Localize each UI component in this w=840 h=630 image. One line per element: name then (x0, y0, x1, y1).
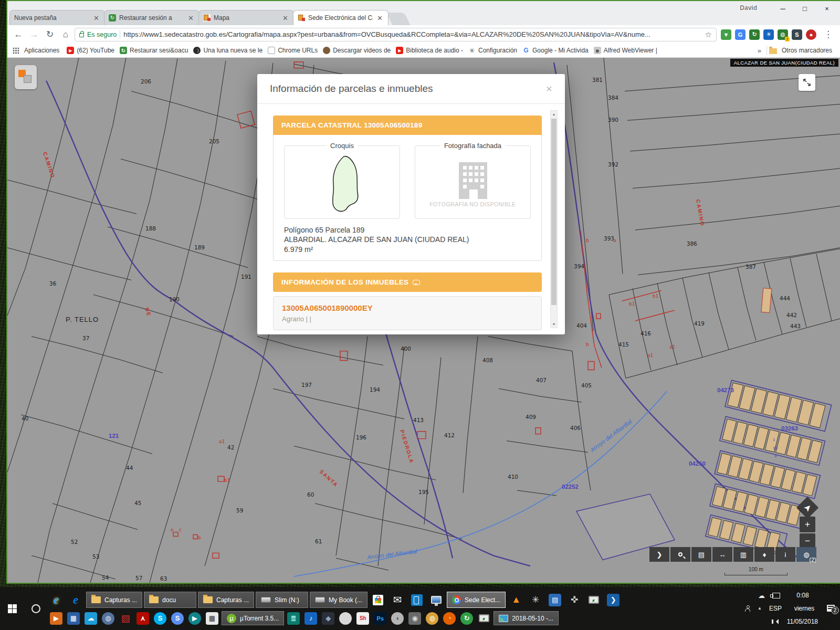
s-app-icon-button[interactable]: S (170, 612, 185, 625)
fullscreen-button[interactable] (799, 74, 815, 91)
bookmark-alfred-webviewer-[interactable]: ☻Alfred WebViewer | (591, 46, 660, 55)
bookmarks-overflow-icon[interactable]: » (754, 47, 764, 55)
home-icon[interactable]: ⌂ (59, 28, 72, 41)
screen-capture-icon-button[interactable]: ▦ (66, 612, 81, 625)
performance-monitor-icon-button[interactable] (585, 592, 603, 608)
tray-expand-icon[interactable]: ▲ (758, 606, 762, 611)
onedrive-cloud-icon[interactable]: ☁ (758, 592, 765, 600)
tab-sede-electr-nica-del[interactable]: Sede Electrónica del Cata✕ (293, 10, 388, 25)
clock-time[interactable]: 0:08 (788, 592, 818, 599)
taskbar-window-slim-drive[interactable]: Slim (N:) (256, 592, 308, 608)
bookmark-apps[interactable]: Aplicaciones (22, 46, 62, 55)
start-button[interactable] (0, 604, 24, 613)
tab-mapa[interactable]: Mapa✕ (198, 10, 294, 25)
remote-desktop-icon-button[interactable] (427, 592, 445, 608)
locate-arrow-button[interactable]: ➤ (796, 497, 818, 519)
calculator-icon-button[interactable]: ▦ (204, 612, 220, 625)
cloud-app-icon-button[interactable]: ☁ (83, 612, 99, 625)
inmueble-card[interactable]: 13005A065001890000EY Agrario | | (273, 296, 542, 330)
red-bars-app-icon-button[interactable]: ▨ (118, 612, 133, 625)
earth-yellow-icon-button[interactable]: ◍ (424, 612, 440, 625)
apps-grid-icon[interactable] (13, 47, 19, 54)
download-arrow-extension-icon[interactable]: ▼ (721, 29, 731, 40)
measure-icon[interactable]: ↔ (712, 547, 732, 562)
chrome-menu-icon[interactable]: ⋮ (821, 29, 836, 40)
s-extension-icon[interactable]: S (792, 29, 802, 40)
settings-gear-icon-button[interactable]: ✳ (527, 592, 544, 608)
bookmark--62-youtube[interactable]: ▶(62) YouTube (64, 46, 117, 55)
photoshop-icon-button[interactable]: Ps (372, 612, 388, 625)
street-view-icon[interactable]: ◍(2) (796, 547, 816, 562)
recycle-sync-icon-button[interactable]: ↻ (459, 612, 475, 625)
pin-icon[interactable]: ♦ (754, 547, 774, 562)
layers-icon[interactable]: ▤ (691, 547, 711, 562)
clock-date[interactable]: 11/05/2018 (787, 618, 818, 625)
media-player-icon-button[interactable]: ▶ (48, 612, 64, 625)
adblock-extension-icon[interactable]: ● (806, 29, 816, 40)
your-phone-icon-button[interactable] (408, 592, 426, 608)
modal-scrollbar[interactable]: ▲ ▼ (550, 110, 558, 328)
powershell-icon-button[interactable]: ❯ (604, 592, 622, 608)
url-text[interactable]: https://www1.sedecatastro.gob.es/Cartogr… (123, 30, 701, 38)
back-icon[interactable]: ← (12, 28, 25, 41)
minimize-button[interactable]: ─ (772, 2, 794, 15)
cortana-button[interactable] (24, 604, 47, 613)
tab-restaurar-sesi-oacut[interactable]: ↻Restaurar sesión a✕ (104, 10, 200, 25)
bookmark-configuraci-n[interactable]: ✳Configuración (466, 46, 520, 55)
bookmark-una-luna-nueva-se-le[interactable]: ☽Una luna nueva se le (191, 46, 265, 55)
info-icon[interactable]: i (775, 547, 795, 562)
bookmark-google-mi-activida[interactable]: GGoogle - Mi Activida (520, 46, 591, 55)
other-bookmarks[interactable]: Otros marcadores (779, 46, 835, 55)
presentation-app-icon-button[interactable]: ▤ (546, 592, 564, 608)
firefox-icon-button[interactable]: ◔ (442, 612, 457, 625)
tab-close-icon[interactable]: ✕ (376, 14, 384, 22)
tab-close-icon[interactable]: ✕ (92, 14, 100, 22)
sphere-app-icon-button[interactable] (338, 612, 353, 625)
admin-tools-icon-button[interactable]: ✜ (565, 592, 583, 608)
people-icon[interactable] (745, 608, 750, 612)
layer-switcher-widget[interactable] (15, 65, 37, 89)
teal-player-icon-button[interactable]: ▶ (187, 612, 203, 625)
edge-icon-button[interactable]: e (67, 592, 85, 608)
scroll-up-icon[interactable]: ▲ (551, 111, 557, 118)
action-center-icon[interactable]: 2 (827, 605, 835, 612)
globe-wire-icon-button[interactable]: ◍ (100, 612, 116, 625)
taskbar-window-mybook-drive[interactable]: My Book (... (310, 592, 368, 608)
scroll-down-icon[interactable]: ▼ (551, 321, 557, 328)
zoom-in-button[interactable]: + (800, 517, 815, 532)
taskbar-window-capturas-1[interactable]: Capturas ... (86, 592, 142, 608)
taskbar-window-capturas-2[interactable]: Capturas ... (198, 592, 254, 608)
skype-icon-button[interactable]: S (152, 612, 168, 625)
monitor-green-icon-button[interactable] (476, 612, 492, 625)
camera-app-icon-button[interactable]: ◉ (407, 612, 423, 625)
map-viewport[interactable]: 2062051881891911903637404244455253545763… (7, 58, 840, 583)
reload-icon[interactable]: ↻ (43, 28, 57, 41)
forward-icon[interactable]: → (27, 28, 41, 41)
language-indicator[interactable]: ESP (769, 605, 782, 612)
network-icon[interactable] (772, 593, 780, 598)
maximize-button[interactable]: □ (794, 2, 816, 15)
cadastral-reference-link[interactable]: 13005A065001890000EY (282, 303, 533, 312)
sh-app-icon-button[interactable]: Sh (355, 612, 371, 625)
tab-close-icon[interactable]: ✕ (281, 14, 289, 22)
taskbar-window-chrome-sede[interactable]: Sede Elect... (447, 592, 506, 608)
bookmark-biblioteca-de-audio-[interactable]: ▶Biblioteca de audio - (393, 46, 466, 55)
vlc-icon-button[interactable]: ▲ (507, 592, 525, 608)
taskbar-window-utorrent[interactable]: µµTorrent 3.5... (222, 611, 284, 625)
scroll-thumb[interactable] (551, 119, 556, 305)
taskbar-window-docu[interactable]: docu (144, 592, 196, 608)
close-button[interactable]: × (816, 2, 838, 15)
dark-app-icon-button[interactable]: ◆ (320, 612, 336, 625)
search-icon[interactable] (670, 547, 690, 562)
new-tab-button[interactable] (386, 13, 410, 25)
microsoft-store-icon-button[interactable] (369, 592, 387, 608)
print-icon[interactable]: ▥ (733, 547, 753, 562)
bookmark-restaurar-sesi-oacu[interactable]: ↻Restaurar sesi&oacu (117, 46, 191, 55)
speaker-icon[interactable] (773, 619, 779, 624)
bookmark-star-icon[interactable]: ☆ (705, 30, 712, 39)
internet-explorer-icon-button[interactable]: e (47, 592, 65, 608)
modal-close-icon[interactable]: × (546, 82, 552, 95)
satellite-dish-app-icon-button[interactable]: ◖ (390, 612, 405, 625)
tab-nueva-pesta-a[interactable]: Nueva pestaña✕ (9, 10, 105, 25)
bookmark-chrome-urls[interactable]: Chrome URLs (265, 46, 320, 55)
